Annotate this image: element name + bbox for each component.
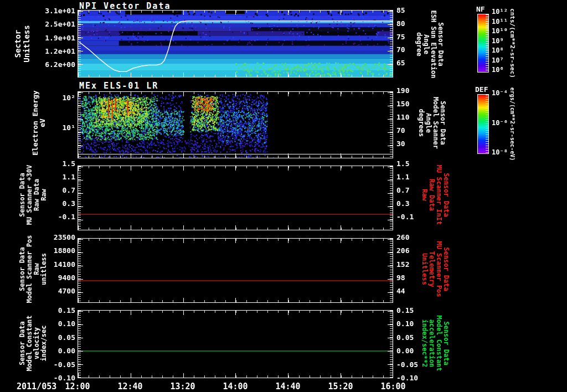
x-major-ticks-top	[78, 166, 393, 171]
panel-mu-scanner-line	[78, 166, 393, 230]
colorbar-nf-title: NF	[476, 5, 485, 13]
panel3-y-label: Sensor Data MU Scanner +30V Raw Data Raw	[19, 165, 48, 225]
tick-label: 110	[396, 114, 409, 121]
tick-label: 1.2e+01	[45, 48, 75, 55]
tick-label: -0.05	[396, 361, 418, 369]
tick-label: 80	[396, 20, 405, 28]
tick-label: 0.7	[63, 187, 75, 194]
panel4-y-label: Sensor Data Model Scanner Pos Raw unitle…	[19, 235, 48, 303]
tick-label: 206	[396, 247, 409, 255]
tick-label: 18800	[54, 247, 75, 255]
y-major-ticks-right	[388, 239, 393, 302]
colorbar-nf	[477, 14, 489, 73]
tick-label: 10⁹	[492, 37, 504, 45]
colorbar-def-unit: ergs/(cm**2-sr-sec-eV)	[509, 87, 516, 161]
tick-label: 12:00	[60, 381, 95, 391]
tick-label: -0.10	[54, 374, 75, 382]
tick-label: 10¹²	[492, 8, 508, 16]
panel-els-spectrogram	[78, 91, 393, 158]
tick-label: 23500	[54, 234, 75, 241]
tick-label: 14:00	[218, 381, 252, 391]
colorbar-ticks	[486, 14, 488, 72]
tick-label: 10⁻⁸	[492, 148, 508, 156]
panel2-right-axis: 1901501107030	[396, 87, 420, 148]
tick-label: 65	[396, 59, 405, 67]
x-major-ticks-top	[78, 239, 393, 243]
scanner-pos-line-canvas	[78, 239, 393, 302]
colorbar-def-title: DEF	[475, 85, 488, 94]
tick-label: 10²	[63, 94, 75, 102]
x-major-ticks-top	[78, 92, 393, 96]
tick-label: 0.3	[63, 200, 75, 208]
tick-label: 0.7	[396, 187, 409, 194]
tick-label: 10⁻⁶	[492, 119, 508, 127]
panel1-y-label: Sector Unitless	[13, 25, 31, 62]
tick-label: 260	[396, 234, 409, 241]
y-major-ticks-right	[388, 311, 393, 377]
panel4-right-axis: 2602061529844	[396, 234, 424, 295]
tick-label: 0.3	[396, 200, 409, 208]
x-major-ticks-bottom	[78, 373, 393, 378]
panel2-y-label: Electron Energy eV	[32, 90, 46, 155]
tick-label: 0.15	[396, 307, 414, 314]
tick-label: 3.1e+01	[45, 7, 75, 15]
tick-label: 1.5	[63, 160, 75, 168]
tick-label: 30	[396, 140, 405, 148]
y-major-ticks-right	[388, 167, 393, 229]
tick-label: 0.00	[396, 347, 414, 355]
panel-scanner-pos-line	[78, 238, 393, 303]
colorbar-ticks	[486, 95, 488, 153]
panel2-right-label: Sensor Data Model Scanner Angle degrees	[417, 97, 446, 149]
tick-label: 15:20	[323, 381, 358, 391]
tick-label: 0.05	[396, 334, 414, 342]
plot-page: NPI Vector Data MEx ELS-01 LR 3.1e+012.5…	[0, 0, 567, 392]
tick-label: 1.1	[63, 173, 75, 181]
x-major-ticks-bottom	[78, 153, 393, 158]
panel3-right-label: Sensor Data MU Scanner InIt Raw Data Raw	[421, 165, 450, 225]
y-major-ticks-left	[78, 167, 83, 229]
tick-label: 152	[396, 261, 409, 269]
panel1-left-axis: 3.1e+012.5e+011.9e+011.2e+016.2e+00	[31, 7, 75, 69]
y-major-ticks-right	[388, 92, 393, 157]
tick-label: 9400	[58, 274, 75, 282]
tick-label: 13:20	[166, 381, 200, 391]
x-axis-date-label: 2011/053	[17, 381, 56, 391]
x-major-ticks-bottom	[78, 298, 393, 302]
tick-label: 0.10	[396, 320, 414, 328]
tick-label: 1.9e+01	[45, 34, 75, 42]
tick-label: 85	[396, 7, 405, 14]
panel4-right-label: Sensor Data MU Scanner Pos Telemetry Uni…	[421, 241, 450, 297]
tick-label: 6.2e+00	[45, 61, 75, 69]
tick-label: 0.15	[58, 307, 75, 314]
tick-label: 0.00	[58, 347, 75, 355]
tick-label: -0.1	[58, 213, 75, 221]
y-major-ticks-right	[388, 11, 393, 76]
tick-label: 10⁸	[492, 47, 504, 54]
tick-label: 1.1	[396, 173, 409, 181]
tick-label: 98	[396, 274, 405, 282]
panel-model-constant-line	[78, 310, 393, 378]
colorbar-nf-unit: cnts/(cm**2-sr-sec)	[509, 8, 516, 78]
y-major-ticks-left	[78, 311, 83, 377]
model-constant-line-canvas	[78, 311, 393, 378]
tick-label: 4700	[58, 287, 75, 295]
panel2-title: MEx ELS-01 LR	[79, 81, 158, 91]
tick-label: 14100	[54, 261, 75, 269]
tick-label: 70	[396, 46, 405, 54]
tick-label: 75	[396, 33, 405, 41]
tick-label: 1.5	[396, 160, 409, 168]
x-major-ticks-top	[78, 11, 393, 15]
tick-label: 10¹¹	[492, 18, 508, 25]
mu-scanner-line-canvas	[78, 166, 393, 230]
els-spectrogram-canvas	[78, 92, 393, 158]
y-major-ticks-left	[78, 92, 83, 157]
colorbar-def	[477, 94, 489, 154]
x-axis-tick-labels: 12:0012:4013:2014:0014:4015:2016:00	[60, 381, 410, 391]
panel5-right-label: Sensor Data Model Constant acceleration …	[421, 315, 450, 371]
tick-label: 16:00	[376, 381, 410, 391]
tick-label: 70	[396, 127, 405, 135]
panel-npi-spectrogram	[78, 10, 393, 78]
panel1-right-label: Sensor Data ESH Sun Elevation Angle degr…	[415, 11, 444, 79]
tick-label: 150	[396, 100, 409, 108]
tick-label: 44	[396, 287, 405, 295]
